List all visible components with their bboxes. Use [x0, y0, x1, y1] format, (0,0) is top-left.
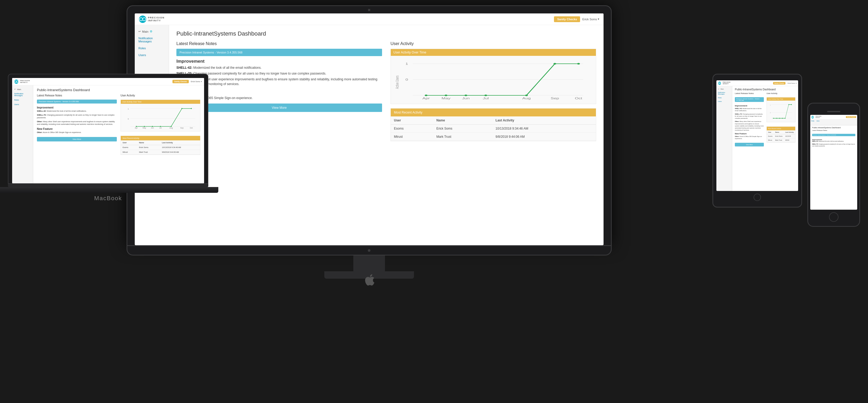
monitor-chin: [127, 246, 612, 256]
laptop-navbar-right: Sanity Checks Erick Soms ▾: [173, 80, 202, 83]
phone-shell70: SHELL-70: Changing password complexity f…: [812, 143, 855, 147]
laptop-sanity-checks-button[interactable]: Sanity Checks: [173, 80, 189, 83]
laptop-user-menu[interactable]: Erick Soms ▾: [191, 80, 202, 83]
phone-main-content: Public-IntranetSystems Dashboard Latest …: [810, 125, 857, 210]
laptop-device: PRECISION INFINITY Sanity Checks Erick S…: [8, 74, 208, 202]
two-col-layout: Latest Release Notes Precision Intranet …: [176, 41, 596, 141]
laptop-main-content: Public-IntranetSystems Dashboard Latest …: [33, 85, 204, 183]
tablet-user-menu[interactable]: Erick Soms▾: [787, 82, 797, 84]
svg-point-41: [181, 108, 182, 109]
phone-navbar-right: Sanity Checks: [846, 116, 856, 118]
svg-text:Jun: Jun: [462, 97, 470, 100]
laptop-sidebar-roles[interactable]: Roles: [12, 98, 33, 102]
svg-point-19: [525, 95, 528, 96]
phone-navbar: PRECISION INFINITY Sanity Checks: [810, 115, 857, 120]
sidebar-main-link[interactable]: ↩ Main ⚙: [135, 28, 169, 35]
tablet-table: User Name Last Activity Esoms Er: [767, 130, 795, 142]
phone-sanity-checks-button[interactable]: Sanity Checks: [846, 116, 856, 118]
svg-text:Active Users: Active Users: [395, 75, 400, 89]
laptop-sidebar-users[interactable]: Users: [12, 102, 33, 107]
svg-point-42: [191, 108, 192, 109]
laptop-shell42: SHELL-42: Modernized the look of all the…: [37, 110, 117, 113]
phone-logo-icon: [811, 116, 814, 119]
laptop-col-name: Name: [137, 140, 160, 145]
chart-title: User Activity Over Time: [391, 49, 596, 56]
tablet-shell70: SHELL-70: Changing password complexity f…: [735, 113, 764, 120]
chevron-down-icon: ▾: [598, 18, 599, 21]
tablet-chart-title: User Activity Over Time: [767, 97, 795, 101]
monitor-camera: [368, 249, 370, 252]
phone-sidebar-roles[interactable]: Roles: [810, 120, 815, 125]
sidebar-item-users[interactable]: Users: [135, 52, 169, 59]
laptop-improvement-heading: Improvement: [37, 106, 117, 109]
svg-point-18: [484, 95, 487, 96]
laptop-sidebar-notification-messages[interactable]: Notification Messages: [12, 91, 33, 98]
phone-device: PRECISION INFINITY Sanity Checks Roles U…: [807, 103, 860, 227]
laptop-navbar: PRECISION INFINITY Sanity Checks Erick S…: [12, 78, 204, 85]
sidebar-item-notification-messages[interactable]: Notification Messages: [135, 35, 169, 45]
svg-point-44: [719, 82, 721, 84]
tablet-chart: User Activity Over Time 0 1: [767, 97, 796, 122]
table-row: Mtrust Mark Trust 9/8/2018 9:44:06 AM: [391, 133, 596, 141]
activity-table: User Name Last Activity Esoms: [391, 116, 596, 141]
svg-point-21: [577, 63, 580, 65]
activity-table-container: Most Recent Activity User Name Last Acti…: [391, 108, 596, 141]
col-last-activity: Last Activity: [492, 116, 596, 125]
latest-release-notes-heading: Latest Release Notes: [176, 41, 382, 46]
svg-point-57: [812, 116, 813, 117]
tablet-release-card: Precision Intranet Systems - Version 3.4…: [735, 97, 764, 102]
logo-text: PRECISION INFINITY: [148, 16, 164, 22]
cell-last-activity: 10/13/2018 9:34:46 AM: [492, 125, 596, 133]
phone-logo: PRECISION INFINITY: [811, 116, 821, 119]
svg-point-56: [791, 104, 792, 105]
tablet-frame: PRECISION INFINITY Sanity Checks Erick S…: [712, 74, 802, 207]
svg-text:0: 0: [770, 112, 771, 113]
svg-text:May: May: [442, 97, 451, 100]
tablet-view-more-button[interactable]: View More: [735, 143, 764, 146]
laptop-view-more-button[interactable]: View More: [37, 137, 117, 141]
logo: PRECISION INFINITY: [139, 15, 164, 23]
sidebar-item-roles[interactable]: Roles: [135, 45, 169, 52]
svg-text:0: 0: [405, 78, 408, 81]
navbar: PRECISION INFINITY Sanity Checks Erick S…: [135, 13, 603, 25]
svg-text:Jul: Jul: [483, 97, 489, 100]
svg-text:May: May: [143, 127, 146, 129]
cell-user: Mtrust: [391, 133, 433, 141]
col-user: User: [391, 116, 433, 125]
laptop-activity-table: Most Recent Activity User Name Last Acti…: [121, 136, 200, 155]
svg-point-55: [788, 104, 789, 105]
phone-speaker: [827, 111, 840, 112]
cell-name: Mark Trust: [433, 133, 492, 141]
svg-text:Sep: Sep: [551, 97, 559, 100]
tablet-sidebar-main[interactable]: ↩ Main: [716, 88, 732, 91]
tablet-navbar-right: Sanity Checks Erick Soms▾: [773, 82, 797, 85]
arrow-right-icon: ↩: [138, 30, 141, 33]
svg-text:Aug: Aug: [169, 127, 173, 129]
svg-text:Oct: Oct: [190, 127, 193, 129]
chevron-down-icon: ▾: [201, 80, 202, 83]
laptop-sidebar-main[interactable]: ↩ Main: [12, 87, 33, 91]
svg-text:Jun: Jun: [151, 127, 154, 129]
svg-point-53: [782, 118, 782, 119]
tablet-sidebar-users[interactable]: Users: [716, 100, 732, 103]
tablet-table-row: Mtrust Mark Trust 9/8/18: [767, 138, 795, 142]
svg-text:Sep: Sep: [180, 127, 184, 129]
tablet-sidebar-notification[interactable]: Notification Messages: [716, 91, 732, 96]
laptop-chart-title: User Activity Over Time: [121, 100, 200, 104]
laptop-right-col: User Activity User Activity Over Time 0: [121, 94, 200, 155]
laptop-chart-area: 0 1 Apr May Jun Jul Aug Sep Oct: [123, 105, 198, 129]
laptop-col-user: User: [121, 140, 137, 145]
user-activity-heading: User Activity: [391, 41, 596, 46]
tablet-navbar: PRECISION INFINITY Sanity Checks Erick S…: [716, 80, 798, 86]
svg-text:Apr: Apr: [423, 97, 430, 100]
phone-home-button[interactable]: [829, 212, 838, 222]
tablet-sidebar-roles[interactable]: Roles: [716, 96, 732, 100]
svg-point-36: [136, 126, 137, 127]
svg-point-20: [553, 63, 556, 65]
tablet-home-button[interactable]: [753, 194, 761, 201]
tablet-sanity-checks-button[interactable]: Sanity Checks: [773, 82, 786, 85]
phone-sidebar-users[interactable]: Users: [815, 120, 821, 125]
user-menu[interactable]: Erick Soms ▾: [582, 18, 599, 21]
laptop-shell70: SHELL-70: Changing password complexity f…: [37, 114, 117, 119]
sanity-checks-button[interactable]: Sanity Checks: [554, 16, 580, 22]
